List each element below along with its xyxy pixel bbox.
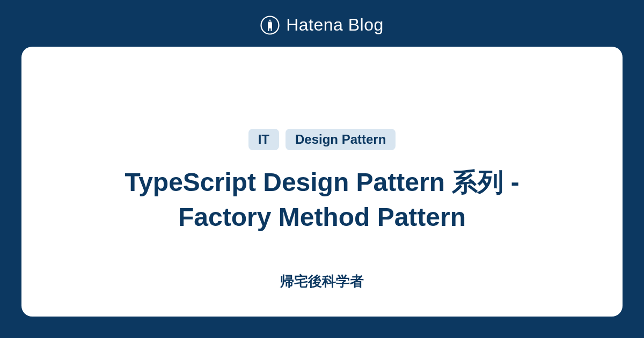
header: Hatena Blog [0,0,644,47]
tag-list: IT Design Pattern [248,129,396,150]
svg-point-1 [269,20,270,21]
tag-item: Design Pattern [286,129,396,150]
author-name: 帰宅後科学者 [280,272,364,291]
content-card: IT Design Pattern TypeScript Design Patt… [21,47,623,317]
article-title: TypeScript Design Pattern 系列 - Factory M… [80,165,564,235]
brand-name: Hatena Blog [286,15,384,35]
tag-item: IT [248,129,279,150]
hatena-logo-icon [260,16,280,35]
